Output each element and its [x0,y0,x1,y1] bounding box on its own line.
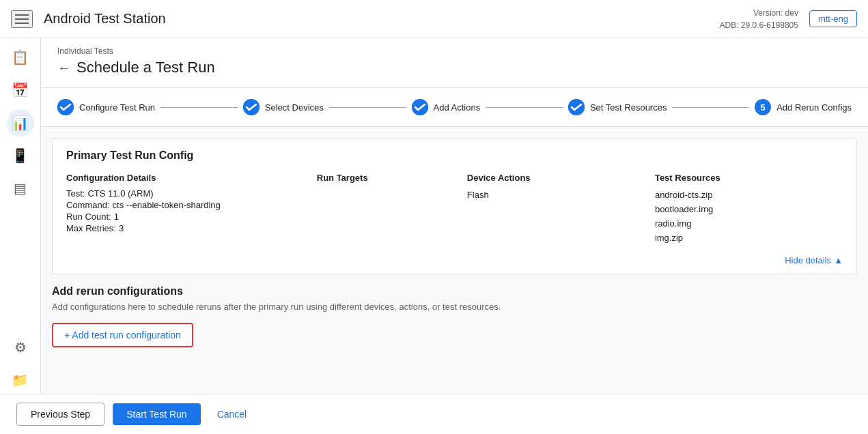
step-5: 5 Add Rerun Configs [755,99,852,115]
step-1: Configure Test Run [57,99,155,115]
stepper: Configure Test Run Select Devices Add Ac… [41,88,868,127]
header-right: Version: dev ADB: 29.0.6-6198805 mtt-eng [720,7,858,31]
main-layout: 📋 📅 📊 📱 ▤ ⚙ 📁 Individual Tests ← Schedul… [0,38,868,394]
config-maxretries-row: Max Retries: 3 [66,223,317,233]
step-connector-2 [329,107,406,108]
header-left: Android Test Station [11,10,166,28]
config-details-values: Test: CTS 11.0 (ARM) Command: cts --enab… [66,188,317,239]
step-4-label: Set Test Resources [590,102,667,113]
version-info: Version: dev ADB: 29.0.6-6198805 [720,7,798,31]
page-title: Schedule a Test Run [76,59,215,76]
run-targets-values [317,188,467,194]
start-test-run-button[interactable]: Start Test Run [113,403,200,425]
back-button[interactable]: ← [57,60,71,76]
test-resources-col: Test Resources android-cts.zip bootloade… [655,173,843,250]
config-runcount-row: Run Count: 1 [66,212,317,222]
breadcrumb: Individual Tests [57,46,852,56]
rerun-section: Add rerun configurations Add configurati… [52,285,857,347]
page-title-row: ← Schedule a Test Run [57,59,852,76]
step-1-circle [57,99,74,115]
config-test-row: Test: CTS 11.0 (ARM) [66,188,317,199]
run-targets-col: Run Targets [317,173,467,250]
card-title: Primary Test Run Config [53,139,856,167]
step-3-label: Add Actions [434,102,481,113]
app-header: Android Test Station Version: dev ADB: 2… [0,0,868,38]
config-command-key: Command: [66,200,110,210]
test-resource-3: img.zip [655,231,843,244]
bottom-bar: Previous Step Start Test Run Cancel [0,394,868,434]
previous-step-button[interactable]: Previous Step [16,403,104,426]
test-resources-header: Test Resources [655,173,843,188]
rerun-section-desc: Add configurations here to schedule reru… [52,302,857,312]
step-1-label: Configure Test Run [79,102,155,113]
step-5-circle: 5 [755,99,771,115]
step-connector-1 [160,107,238,108]
card-footer: Hide details ▲ [53,250,856,274]
sidebar-item-chart[interactable]: 📊 [7,109,34,136]
primary-config-card: Primary Test Run Config Configuration De… [52,138,857,274]
config-test-value: CTS 11.0 (ARM) [87,188,153,199]
test-resource-2: radio.img [655,217,843,230]
device-action-flash: Flash [467,188,655,201]
sidebar-item-phone[interactable]: 📱 [7,142,34,169]
hide-details-button[interactable]: Hide details ▲ [785,255,843,265]
user-chip[interactable]: mtt-eng [809,10,857,27]
config-details-col: Configuration Details Test: CTS 11.0 (AR… [66,173,317,250]
step-3-circle [412,99,428,115]
step-connector-4 [672,107,749,108]
run-targets-header: Run Targets [317,173,467,188]
sidebar-item-settings[interactable]: ⚙ [7,334,34,361]
step-connector-3 [486,107,563,108]
config-runcount-value: 1 [114,212,119,222]
hamburger-menu[interactable] [11,10,33,28]
config-grid: Configuration Details Test: CTS 11.0 (AR… [53,167,856,250]
device-actions-values: Flash [467,188,655,207]
config-command-row: Command: cts --enable-token-sharding [66,200,317,210]
step-5-label: Add Rerun Configs [776,102,852,113]
config-maxretries-value: 3 [119,223,124,233]
sidebar-item-list[interactable]: 📋 [7,44,34,71]
content-area: Individual Tests ← Schedule a Test Run C… [41,38,868,394]
test-resources-values: android-cts.zip bootloader.img radio.img… [655,188,843,250]
rerun-section-title: Add rerun configurations [52,285,857,298]
step-2-circle [243,99,260,115]
app-title: Android Test Station [44,11,166,27]
step-2-label: Select Devices [265,102,324,113]
test-resource-1: bootloader.img [655,203,843,216]
config-test-key: Test: [66,188,85,199]
sidebar-item-calendar[interactable]: 📅 [7,76,34,104]
sidebar-item-folder[interactable]: 📁 [7,366,34,394]
device-actions-col: Device Actions Flash [467,173,655,250]
config-maxretries-key: Max Retries: [66,223,116,233]
step-2: Select Devices [243,99,324,115]
step-4-circle [568,99,585,115]
cancel-button[interactable]: Cancel [209,403,255,425]
page-header: Individual Tests ← Schedule a Test Run [41,38,868,88]
device-actions-header: Device Actions [467,173,655,188]
sidebar: 📋 📅 📊 📱 ▤ ⚙ 📁 [0,38,41,394]
add-config-button[interactable]: + Add test run configuration [52,323,193,347]
step-3: Add Actions [412,99,481,115]
config-runcount-key: Run Count: [66,212,111,222]
config-command-value: cts --enable-token-sharding [113,200,221,210]
sidebar-item-layers[interactable]: ▤ [7,175,34,202]
config-details-header: Configuration Details [66,173,317,188]
step-4: Set Test Resources [568,99,667,115]
test-resource-0: android-cts.zip [655,188,843,201]
